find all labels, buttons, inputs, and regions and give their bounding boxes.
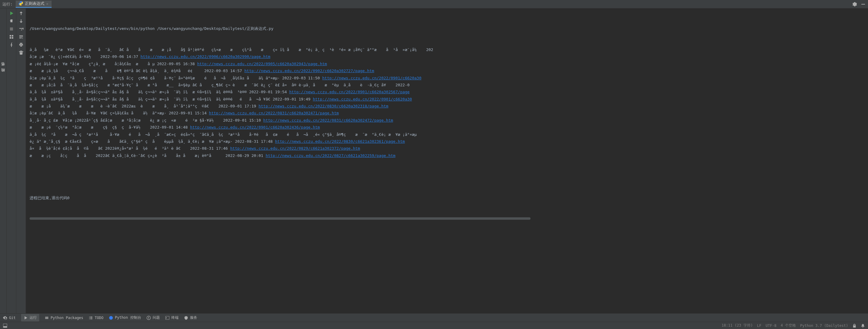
run-tab-active[interactable]: 正则表达式 × (16, 1, 52, 8)
left-vertical-tabs: 书签 结构 (0, 8, 7, 313)
svg-rect-12 (3, 326, 7, 327)
trash-icon[interactable] (19, 50, 24, 55)
output-line: ä¸­å ¾æ è­²æ ¥â€ é« æ å ¨ä¸ â€ å å æ æ ¡… (30, 46, 864, 53)
output-line: å­¦æ ¡èµ´ä¸­å ¾ç ³å ç ³æ²¹å å·¥ç§ å­¦ç ç… (30, 74, 864, 82)
tab-name: 正则表达式 (25, 1, 44, 6)
python-file-icon (19, 1, 23, 6)
rerun-icon[interactable] (9, 11, 14, 16)
up-icon[interactable] (19, 11, 24, 16)
output-line: æ æ ¡å­¦å­ å ¨ä¸­å ¾å¤§å­¦ç æ °æ¢°å·¥ç¨ … (30, 82, 864, 88)
output-line: è¿ ä° æ¸¯å¸­ç§ æ €å±€å ç»­æ å ã€ä¸ ç°§è°… (30, 138, 864, 145)
problems-tab[interactable]: 问题 (147, 315, 160, 320)
url-link[interactable]: http://news.cczu.edu.cn/2022/0901/c6620a… (190, 125, 320, 129)
output-line: æ æ ¡å ä¾¯æ æ æ è ·è¯­â€ 2022æ± è æ å¸ å… (30, 102, 864, 110)
horizontal-scrollbar[interactable] (30, 217, 864, 220)
encoding[interactable]: UTF-8 (766, 324, 776, 328)
console-output[interactable]: /Users/wangyunchang/Desktop/Dailytest/ve… (26, 8, 868, 313)
bottom-tool-tabs: Git 运行 Python Packages TODO Python 控制台 问… (0, 313, 868, 322)
output-line: å­¦æ ¡èµ´â€ ä¸­å ¾å å·¥æ ¥â€ ç¤¾å¾€å± å … (30, 110, 864, 117)
url-link[interactable]: http://news.cczu.edu.cn/2022/0901/c6620a… (322, 76, 422, 80)
output-line: å¤ å ¾è¯­å­¦é ¢å­¦å­ å ©å â€ 2022è¥¿å¤°æ… (30, 145, 864, 152)
minimize-icon[interactable] (861, 2, 866, 7)
python-console-tab[interactable]: Python 控制台 (109, 315, 141, 320)
url-link[interactable]: http://news.cczu.edu.cn/2022/0902/c6620a… (244, 68, 374, 73)
svg-rect-0 (861, 4, 865, 4)
output-line: æ æ ¡ç å­¦ç å ­å 2022â€ ä¸€å¸¦ä¸€è·¯â€ ç… (30, 152, 864, 159)
close-icon[interactable]: × (46, 1, 49, 6)
tool-window-header: 运行: 正则表达式 × (0, 0, 868, 8)
url-link[interactable]: http://news.cczu.edu.cn/2022/0906/c6620a… (141, 54, 270, 59)
output-line: å­¦æ ¡æ ¨è¿ ç¦»é€€ä¼ å·¥ä½ 2022-09-06 14… (30, 53, 864, 60)
url-link[interactable]: http://news.cczu.edu.cn/2022/0831/c6620a… (209, 111, 339, 115)
scroll-to-end-icon[interactable] (19, 34, 24, 39)
readonly-icon[interactable] (852, 324, 857, 328)
svg-rect-3 (12, 35, 13, 36)
tool-window-icon[interactable] (3, 324, 7, 328)
gear-icon[interactable] (852, 2, 857, 7)
scrollbar-thumb[interactable] (30, 217, 530, 220)
svg-rect-9 (148, 318, 149, 319)
terminal-tab[interactable]: 终端 (165, 315, 179, 320)
cursor-position[interactable]: 18:11 (23 字符) (722, 323, 753, 328)
output-line: ä¸­å ¾ç ³å æ ¬å­ ç ³æ²¹å å·¥æ é å ¬å ¸å … (30, 131, 864, 138)
url-link[interactable]: http://news.cczu.edu.cn/2022/0830/c6620a… (258, 104, 388, 108)
interpreter[interactable]: Python 3.7 (Dailytest) (800, 324, 848, 328)
svg-rect-2 (10, 35, 11, 36)
run-tab[interactable]: 运行 (21, 314, 39, 322)
url-link[interactable]: http://news.cczu.edu.cn/2022/0829/c6621a… (230, 146, 360, 151)
output-line: å¸¸å· å¸­ç £æ ¥å­¦æ ¡2022å¹´ç§ å­£å­¦æ æ… (30, 117, 864, 124)
blank-line (30, 173, 864, 180)
todo-tab[interactable]: TODO (89, 316, 103, 320)
git-tab[interactable]: Git (3, 316, 16, 320)
run-label: 运行: (2, 1, 13, 7)
url-link[interactable]: http://news.cczu.edu.cn/2022/0831/c6620a… (263, 118, 393, 123)
svg-rect-1 (10, 27, 13, 30)
url-link[interactable]: http://news.cczu.edu.cn/2022/0901/c6620a… (313, 97, 412, 101)
url-link[interactable]: http://news.cczu.edu.cn/2022/0830/c6621a… (275, 139, 405, 144)
down-icon[interactable] (19, 19, 24, 24)
output-line: ä¸­å ¾å ±äº§å å¸¸å· å¤§å­¦ç¬¬ä° å± å§ å … (30, 96, 864, 102)
output-line: æ æ ¡ä¸¾å ç¬¬ä¸€å æ å è¶ è®²å ­â€ è¾ å­¾… (30, 67, 864, 74)
line-separator[interactable]: LF (757, 324, 761, 328)
status-bar: 18:11 (23 字符) LF UTF-8 4 个空格 Python 3.7 … (0, 322, 868, 329)
python-packages-tab[interactable]: Python Packages (44, 316, 83, 320)
console-toolbar (16, 8, 26, 313)
output-line: ä¸­å ¾å ±äº§å å¸¸å· å¤§å­¦ç¬¬ä° å± å§ å … (30, 88, 864, 95)
url-link[interactable]: http://news.cczu.edu.cn/2022/0901/c6620a… (289, 90, 409, 94)
svg-rect-5 (12, 37, 13, 39)
url-link[interactable]: http://news.cczu.edu.cn/2022/0827/c6621a… (266, 153, 395, 158)
run-toolbar (7, 8, 16, 313)
url-link[interactable]: http://news.cczu.edu.cn/2022/0905/c6620a… (197, 62, 327, 66)
indent[interactable]: 4 个空格 (781, 323, 796, 328)
svg-rect-4 (10, 37, 11, 39)
pin-icon[interactable] (9, 42, 14, 47)
soft-wrap-icon[interactable] (19, 27, 24, 31)
command-line: /Users/wangyunchang/Desktop/Dailytest/ve… (30, 25, 864, 32)
exit-message: 进程已结束,退出代码0 (30, 195, 864, 201)
services-tab[interactable]: 服务 (184, 315, 197, 320)
svg-rect-8 (148, 317, 149, 318)
print-icon[interactable] (19, 42, 24, 47)
notification-icon[interactable] (861, 324, 865, 328)
output-line: æ æ ¡é ¨ç½²æ °å­¦æ æ ç§ ç§ ç å·¥ä½ 2022-… (30, 124, 864, 131)
debug-icon[interactable] (9, 19, 14, 24)
stop-icon[interactable] (9, 27, 14, 31)
layout-icon[interactable] (9, 34, 14, 39)
svg-point-6 (109, 316, 113, 319)
output-line: æ ¡é¢ å­¾å·¡æ ¥æ °å­¦æ ç°¿ä¸ æ å­¦å¾€å± … (30, 60, 864, 67)
